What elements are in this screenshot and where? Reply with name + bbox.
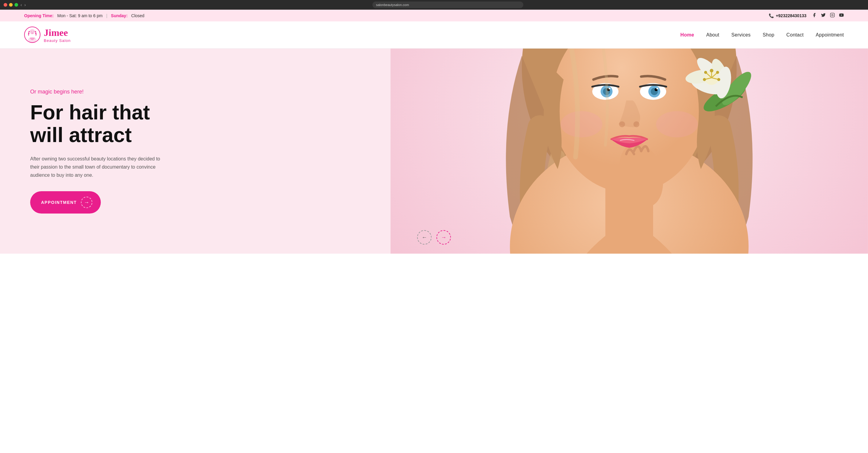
- svg-point-7: [33, 31, 33, 32]
- appointment-button-label: APPOINTMENT: [41, 200, 77, 205]
- hero-section: Or magic begins here! For hair that will…: [0, 48, 868, 254]
- svg-point-26: [561, 111, 602, 137]
- hero-title-line1: For hair that: [30, 101, 150, 124]
- prev-arrow-icon: ←: [422, 234, 427, 241]
- instagram-icon[interactable]: [830, 13, 835, 19]
- svg-point-23: [619, 121, 625, 127]
- nav-about[interactable]: About: [706, 32, 719, 38]
- hero-content: Or magic begins here! For hair that will…: [0, 65, 199, 238]
- hero-title-line2: will attract: [30, 123, 132, 146]
- svg-point-22: [656, 88, 658, 89]
- svg-point-27: [656, 111, 698, 137]
- svg-point-45: [703, 78, 706, 81]
- phone-icon: 📞: [769, 13, 774, 18]
- hero-image: [391, 48, 868, 254]
- appointment-arrow-icon: →: [81, 197, 92, 208]
- opening-label: Opening Time:: [24, 13, 54, 18]
- logo-text-block: Jimee Beauty Salon: [44, 27, 71, 43]
- nav-home[interactable]: Home: [680, 32, 694, 38]
- next-arrow-icon: →: [441, 234, 446, 241]
- twitter-icon[interactable]: [821, 13, 826, 19]
- hero-title: For hair that will attract: [30, 101, 169, 146]
- social-links: [812, 13, 844, 19]
- browser-controls: [4, 3, 18, 7]
- svg-point-24: [633, 121, 640, 127]
- browser-chrome: ‹ › salonbeautysalon.com: [0, 0, 868, 10]
- svg-point-21: [609, 88, 611, 89]
- opening-hours-text: Mon - Sat: 9 am to 6 pm: [57, 13, 103, 18]
- slider-next-button[interactable]: →: [436, 230, 451, 245]
- divider: |: [106, 13, 107, 18]
- hero-tagline: Or magic begins here!: [30, 89, 169, 95]
- svg-point-5: [30, 29, 35, 34]
- hero-description: After owning two successful beauty locat…: [30, 155, 169, 180]
- url-text: salonbeautysalon.com: [376, 3, 409, 7]
- slider-navigation: ← →: [417, 230, 451, 245]
- browser-navigation: ‹ ›: [21, 2, 26, 7]
- phone-number[interactable]: 📞 +923228430133: [769, 13, 806, 18]
- sunday-value: Closed: [131, 13, 145, 18]
- svg-point-41: [710, 69, 713, 72]
- forward-button[interactable]: ›: [25, 2, 26, 7]
- youtube-icon[interactable]: [839, 13, 844, 19]
- svg-point-44: [717, 78, 720, 81]
- hero-woman-svg: [391, 48, 868, 254]
- logo-subtitle: Beauty Salon: [44, 38, 71, 43]
- minimize-dot[interactable]: [9, 3, 13, 7]
- logo-svg: [24, 25, 41, 45]
- logo-brand-name: Jimee: [44, 27, 71, 38]
- svg-point-6: [31, 31, 32, 32]
- facebook-icon[interactable]: [812, 13, 817, 19]
- svg-rect-0: [830, 13, 834, 17]
- slider-prev-button[interactable]: ←: [417, 230, 432, 245]
- close-dot[interactable]: [4, 3, 7, 7]
- nav-shop[interactable]: Shop: [763, 32, 774, 38]
- contact-social: 📞 +923228430133: [769, 13, 844, 19]
- nav-contact[interactable]: Contact: [786, 32, 804, 38]
- svg-point-42: [716, 71, 719, 74]
- nav-menu: Home About Services Shop Contact Appoint…: [680, 32, 844, 38]
- svg-point-43: [704, 71, 707, 74]
- phone-text: +923228430133: [776, 13, 806, 18]
- nav-appointment[interactable]: Appointment: [816, 32, 844, 38]
- logo[interactable]: Jimee Beauty Salon: [24, 25, 71, 45]
- main-navbar: Jimee Beauty Salon Home About Services S…: [0, 22, 868, 48]
- address-bar[interactable]: salonbeautysalon.com: [372, 1, 523, 8]
- sunday-label: Sunday:: [111, 13, 128, 18]
- back-button[interactable]: ‹: [21, 2, 22, 7]
- appointment-button[interactable]: APPOINTMENT →: [30, 191, 101, 214]
- top-info-bar: Opening Time: Mon - Sat: 9 am to 6 pm | …: [0, 10, 868, 22]
- opening-hours: Opening Time: Mon - Sat: 9 am to 6 pm | …: [24, 13, 144, 18]
- nav-services[interactable]: Services: [731, 32, 751, 38]
- maximize-dot[interactable]: [14, 3, 18, 7]
